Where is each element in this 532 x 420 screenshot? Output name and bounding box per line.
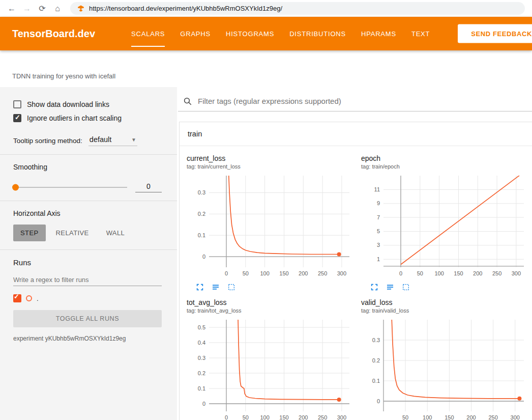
svg-text:0: 0 xyxy=(399,270,402,276)
tab-hparams[interactable]: HPARAMS xyxy=(353,17,404,50)
experiment-title-bar: TDNN training for yesno with icefall xyxy=(0,50,532,87)
browser-toolbar: ← → ⟳ ⌂ https://tensorboard.dev/experime… xyxy=(0,0,532,17)
svg-text:250: 250 xyxy=(318,414,327,420)
settings-sidebar: Show data download links Ignore outliers… xyxy=(0,87,177,420)
svg-text:0.1: 0.1 xyxy=(372,378,380,384)
chart-card-valid_loss: valid_losstag: train/valid_loss00.10.20.… xyxy=(360,298,528,420)
run-checkbox[interactable] xyxy=(13,294,21,302)
tab-text[interactable]: TEXT xyxy=(404,17,437,50)
svg-text:0: 0 xyxy=(377,398,380,404)
back-icon[interactable]: ← xyxy=(5,0,18,17)
tag-filter-row xyxy=(178,94,532,111)
svg-text:0.4: 0.4 xyxy=(198,340,205,346)
tooltip-sorting-select[interactable]: default ▼ xyxy=(88,135,137,146)
svg-text:0.3: 0.3 xyxy=(198,355,205,361)
smoothing-value-input[interactable]: 0 xyxy=(135,182,162,192)
fit-domain-icon[interactable] xyxy=(402,283,410,291)
experiment-title: TDNN training for yesno with icefall xyxy=(12,72,115,80)
runs-filter-input[interactable] xyxy=(13,274,162,286)
svg-text:0.1: 0.1 xyxy=(198,232,205,238)
svg-text:0.2: 0.2 xyxy=(372,357,380,363)
svg-text:1: 1 xyxy=(377,256,380,262)
line-chart-epoch[interactable]: 1357911050100150200250300 xyxy=(360,173,528,281)
svg-text:150: 150 xyxy=(445,414,454,420)
tooltip-sorting-value: default xyxy=(90,135,112,144)
smoothing-slider[interactable] xyxy=(13,187,127,188)
tensorboard-logo-icon xyxy=(77,5,84,12)
ignore-outliers-checkbox[interactable] xyxy=(13,114,21,122)
svg-text:100: 100 xyxy=(423,414,432,420)
svg-text:250: 250 xyxy=(492,270,501,276)
show-download-links-checkbox[interactable] xyxy=(13,100,21,108)
svg-text:200: 200 xyxy=(466,414,476,420)
svg-text:300: 300 xyxy=(337,270,346,276)
data-series-icon[interactable] xyxy=(386,283,394,291)
expand-chart-icon[interactable] xyxy=(370,283,378,291)
axis-step-button[interactable]: STEP xyxy=(13,225,46,241)
toggle-all-runs-button[interactable]: TOGGLE ALL RUNS xyxy=(13,310,162,327)
svg-text:0.2: 0.2 xyxy=(198,370,205,376)
svg-text:200: 200 xyxy=(299,414,308,420)
tag-filter-input[interactable] xyxy=(197,96,528,106)
page: ← → ⟳ ⌂ https://tensorboard.dev/experime… xyxy=(0,0,532,420)
svg-text:300: 300 xyxy=(512,270,521,276)
nav-tabs: SCALARS GRAPHS HISTOGRAMS DISTRIBUTIONS … xyxy=(124,17,437,50)
data-series-icon[interactable] xyxy=(212,283,220,291)
chart-tag: tag: train/epoch xyxy=(361,163,528,170)
brand-title[interactable]: TensorBoard.dev xyxy=(12,28,95,40)
svg-text:150: 150 xyxy=(279,270,288,276)
run-row[interactable]: . xyxy=(13,294,162,302)
axis-wall-button[interactable]: WALL xyxy=(99,225,132,241)
svg-text:3: 3 xyxy=(377,242,380,248)
ignore-outliers-label: Ignore outliers in chart scaling xyxy=(27,114,122,122)
axis-relative-button[interactable]: RELATIVE xyxy=(49,225,96,241)
reload-icon[interactable]: ⟳ xyxy=(36,0,49,17)
address-bar[interactable]: https://tensorboard.dev/experiment/yKUbh… xyxy=(70,2,525,15)
line-chart-valid_loss[interactable]: 00.10.20.350100150200250300 xyxy=(360,317,528,420)
svg-text:0.3: 0.3 xyxy=(372,337,380,343)
fit-domain-icon[interactable] xyxy=(227,283,235,291)
search-icon xyxy=(183,97,192,106)
chart-title: tot_avg_loss xyxy=(187,298,353,306)
svg-text:50: 50 xyxy=(402,414,408,420)
line-chart-tot_avg_loss[interactable]: 00.10.20.30.40.5050100150200250300 xyxy=(186,317,353,420)
svg-text:9: 9 xyxy=(377,200,380,206)
run-color-icon xyxy=(26,295,32,301)
chart-tag: tag: train/current_loss xyxy=(187,163,353,170)
expand-chart-icon[interactable] xyxy=(196,283,204,291)
tooltip-sorting-label: Tooltip sorting method: xyxy=(13,137,82,146)
svg-text:0.1: 0.1 xyxy=(198,385,205,391)
chart-grid: current_losstag: train/current_loss00.10… xyxy=(180,146,532,420)
svg-text:50: 50 xyxy=(243,414,249,420)
divider xyxy=(0,154,177,155)
send-feedback-button[interactable]: SEND FEEDBACK xyxy=(458,24,532,43)
svg-text:0: 0 xyxy=(225,270,228,276)
experiment-id-note: experiment yKUbhb5wRmOSXYkId1z9eg xyxy=(13,335,162,342)
tab-histograms[interactable]: HISTOGRAMS xyxy=(218,17,282,50)
svg-text:0.2: 0.2 xyxy=(198,211,205,217)
svg-text:150: 150 xyxy=(454,270,463,276)
divider xyxy=(0,249,177,250)
svg-text:0: 0 xyxy=(202,401,205,407)
line-chart-current_loss[interactable]: 00.10.20.3050100150200250300 xyxy=(186,173,353,281)
chart-tag: tag: train/tot_avg_loss xyxy=(187,307,353,314)
url-text[interactable]: https://tensorboard.dev/experiment/yKUbh… xyxy=(89,5,282,12)
forward-icon[interactable]: → xyxy=(20,0,34,17)
home-icon[interactable]: ⌂ xyxy=(51,0,64,17)
app-header: TensorBoard.dev SCALARS GRAPHS HISTOGRAM… xyxy=(0,17,532,50)
tab-graphs[interactable]: GRAPHS xyxy=(172,17,218,50)
tab-distributions[interactable]: DISTRIBUTIONS xyxy=(282,17,353,50)
svg-text:300: 300 xyxy=(511,414,520,420)
svg-text:0: 0 xyxy=(225,414,228,420)
chart-title: valid_loss xyxy=(361,298,528,306)
show-download-links-row[interactable]: Show data download links xyxy=(13,100,162,108)
ignore-outliers-row[interactable]: Ignore outliers in chart scaling xyxy=(13,114,162,122)
svg-text:300: 300 xyxy=(337,414,346,420)
train-section-card: train current_losstag: train/current_los… xyxy=(179,122,532,420)
tab-scalars[interactable]: SCALARS xyxy=(124,17,172,50)
smoothing-label: Smoothing xyxy=(13,163,162,171)
chart-toolbar xyxy=(196,283,353,291)
train-section-header[interactable]: train xyxy=(180,122,532,146)
svg-text:11: 11 xyxy=(374,186,380,192)
slider-thumb-icon[interactable] xyxy=(12,184,19,191)
